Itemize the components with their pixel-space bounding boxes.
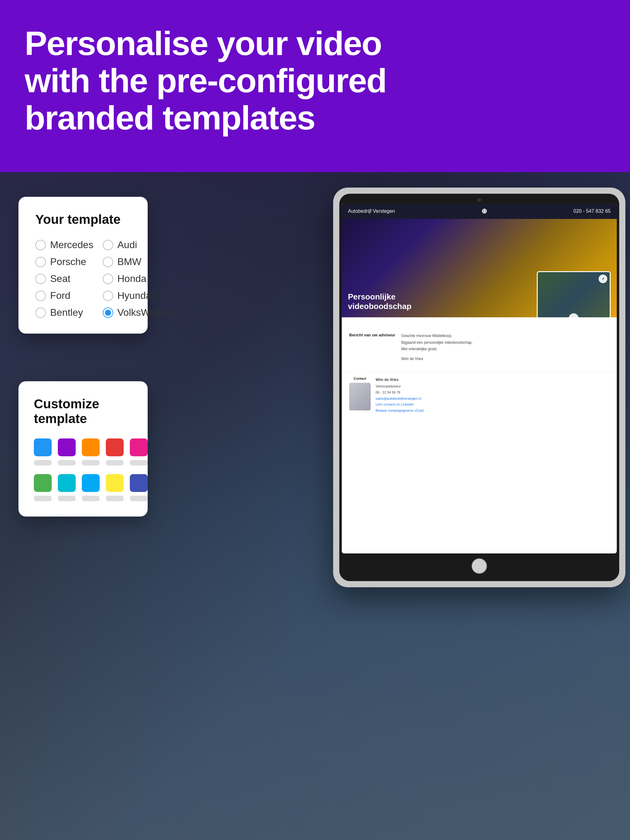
radio-bmw[interactable] bbox=[103, 257, 113, 267]
message-line-3: Met vriendelijke groet, bbox=[401, 346, 473, 353]
message-line-2: Bijgaand een persoonlijke videoboodschap… bbox=[401, 339, 473, 346]
color-swatch-yellow-row bbox=[106, 474, 123, 501]
contact-email[interactable]: sales@autobedrijfverstegen.nl bbox=[375, 396, 424, 402]
headline: Personalise your video with the pre-conf… bbox=[25, 25, 605, 136]
contact-avatar bbox=[349, 383, 371, 411]
video-thumbnail[interactable]: ↗ ▶ bbox=[537, 271, 611, 317]
radio-ford[interactable] bbox=[35, 291, 46, 301]
option-seat[interactable]: Seat bbox=[35, 273, 93, 284]
option-mercedes[interactable]: Mercedes bbox=[35, 239, 93, 251]
color-swatch-blue-row bbox=[34, 439, 52, 466]
label-honda: Honda bbox=[117, 273, 146, 284]
message-content: Geachte mevrouw Middelkoop, Bijgaand een… bbox=[401, 333, 473, 362]
message-section: Bericht van uw adviseur Geachte mevrouw … bbox=[342, 317, 617, 368]
label-seat: Seat bbox=[50, 273, 70, 284]
color-swatch-green-row bbox=[34, 474, 52, 501]
color-swatch-orange-row bbox=[82, 439, 100, 466]
radio-honda[interactable] bbox=[103, 274, 113, 284]
color-swatch-lightblue-row bbox=[82, 474, 100, 501]
label-bmw: BMW bbox=[117, 256, 141, 267]
color-swatch-cyan-row bbox=[58, 474, 76, 501]
hero-line1: Persoonlijke bbox=[348, 292, 396, 301]
color-swatch-purple-row bbox=[58, 439, 76, 466]
contact-label: Contact bbox=[354, 377, 366, 381]
color-swatch-indigo-row bbox=[130, 474, 148, 501]
color-label-red bbox=[106, 460, 123, 466]
color-label-indigo bbox=[130, 496, 148, 501]
contact-left: Contact bbox=[349, 377, 371, 414]
color-label-purple bbox=[58, 460, 76, 466]
share-icon[interactable]: ↗ bbox=[598, 275, 607, 283]
radio-mercedes[interactable] bbox=[35, 240, 46, 250]
hero-section: Personalise your video with the pre-conf… bbox=[0, 0, 630, 172]
option-audi[interactable]: Audi bbox=[103, 239, 172, 251]
hero-line2: videoboodschap bbox=[348, 302, 412, 311]
option-ford[interactable]: Ford bbox=[35, 290, 93, 301]
hero-text: Persoonlijke videoboodschap bbox=[348, 292, 412, 311]
message-row: Bericht van uw adviseur Geachte mevrouw … bbox=[349, 333, 609, 362]
ipad-outer-shell: Autobedrijf Verstegen ⊕ 020 - 547 832 65… bbox=[333, 188, 625, 587]
color-swatch-blue[interactable] bbox=[34, 439, 52, 456]
label-bentley: Bentley bbox=[50, 307, 83, 318]
ipad-home-button[interactable] bbox=[472, 558, 487, 574]
vw-logo-icon: ⊕ bbox=[481, 207, 487, 215]
headline-line3: branded templates bbox=[25, 99, 315, 136]
contact-name: Wim de Vries bbox=[375, 377, 424, 384]
color-swatch-green[interactable] bbox=[34, 474, 52, 492]
template-card: Your template Mercedes Audi Porsche BMW … bbox=[19, 197, 148, 333]
dealer-name: Autobedrijf Verstegen bbox=[348, 208, 395, 214]
color-swatch-cyan[interactable] bbox=[58, 474, 76, 492]
label-hyundai: Hyundai bbox=[117, 290, 154, 301]
color-label-green bbox=[34, 496, 52, 501]
color-label-yellow bbox=[106, 496, 123, 501]
ipad-app-header: Autobedrijf Verstegen ⊕ 020 - 547 832 65 bbox=[342, 204, 617, 219]
ipad-camera bbox=[477, 198, 481, 202]
dealer-phone: 020 - 547 832 65 bbox=[573, 208, 611, 214]
ipad-device: Autobedrijf Verstegen ⊕ 020 - 547 832 65… bbox=[310, 188, 630, 741]
label-ford: Ford bbox=[50, 290, 70, 301]
option-bentley[interactable]: Bentley bbox=[35, 307, 93, 318]
headline-line2: with the pre-configured bbox=[25, 62, 386, 99]
option-honda[interactable]: Honda bbox=[103, 273, 172, 284]
message-line-4: Wim de Vries bbox=[401, 356, 473, 363]
color-swatch-lightblue[interactable] bbox=[82, 474, 100, 492]
option-porsche[interactable]: Porsche bbox=[35, 256, 93, 267]
color-swatch-pink[interactable] bbox=[130, 439, 148, 456]
color-swatch-red[interactable] bbox=[106, 439, 123, 456]
option-volkswagen[interactable]: VolksWagen bbox=[103, 307, 172, 318]
color-label-pink bbox=[130, 460, 148, 466]
radio-audi[interactable] bbox=[103, 240, 113, 250]
radio-porsche[interactable] bbox=[35, 257, 46, 267]
customize-card-title: Customize template bbox=[34, 396, 132, 426]
template-options-grid: Mercedes Audi Porsche BMW Seat Honda bbox=[35, 239, 131, 318]
radio-volkswagen[interactable] bbox=[103, 308, 113, 318]
contact-vcard[interactable]: Bewaar contactgegevens vCard bbox=[375, 408, 424, 414]
color-swatch-yellow[interactable] bbox=[106, 474, 123, 492]
contact-linkedin[interactable]: Let's connect on Linkedin bbox=[375, 401, 424, 408]
message-label: Bericht van uw adviseur bbox=[349, 333, 395, 362]
color-label-blue bbox=[34, 460, 52, 466]
label-volkswagen: VolksWagen bbox=[117, 307, 172, 318]
ipad-hero-section: Persoonlijke videoboodschap ↗ ▶ bbox=[342, 219, 617, 317]
color-swatch-purple[interactable] bbox=[58, 439, 76, 456]
color-label-orange bbox=[82, 460, 100, 466]
contact-phone: 06 - 12 34 56 78 bbox=[375, 390, 424, 396]
customize-card: Customize template bbox=[19, 381, 148, 516]
color-row-1 bbox=[34, 439, 132, 466]
option-hyundai[interactable]: Hyundai bbox=[103, 290, 172, 301]
color-label-cyan bbox=[58, 496, 76, 501]
message-line-1: Geachte mevrouw Middelkoop, bbox=[401, 333, 473, 339]
contact-section: Contact Wim de Vries Verkoopadviseur 06 … bbox=[342, 371, 617, 419]
radio-bentley[interactable] bbox=[35, 308, 46, 318]
color-swatch-indigo[interactable] bbox=[130, 474, 148, 492]
ipad-bezel: Autobedrijf Verstegen ⊕ 020 - 547 832 65… bbox=[339, 194, 619, 581]
option-bmw[interactable]: BMW bbox=[103, 256, 172, 267]
bottom-section: Your template Mercedes Audi Porsche BMW … bbox=[0, 172, 630, 840]
color-swatch-orange[interactable] bbox=[82, 439, 100, 456]
radio-seat[interactable] bbox=[35, 274, 46, 284]
contact-title: Verkoopadviseur bbox=[375, 384, 424, 390]
label-mercedes: Mercedes bbox=[50, 239, 93, 251]
radio-hyundai[interactable] bbox=[103, 291, 113, 301]
label-audi: Audi bbox=[117, 239, 137, 251]
ipad-screen: Autobedrijf Verstegen ⊕ 020 - 547 832 65… bbox=[342, 204, 617, 553]
